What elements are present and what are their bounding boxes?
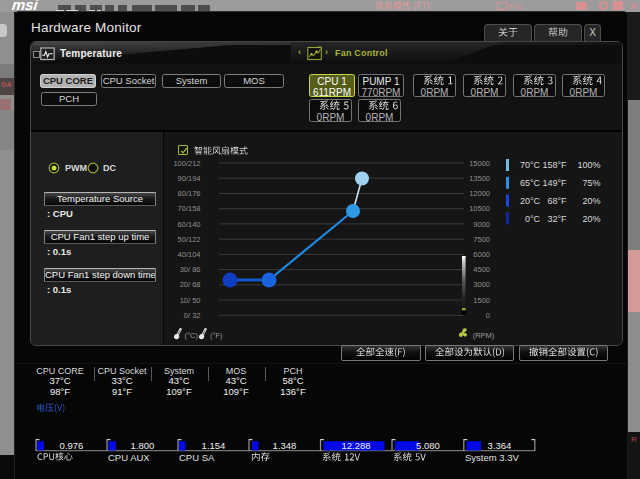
svg-text:10/ 50: 10/ 50 xyxy=(180,296,201,305)
svg-text:50/122: 50/122 xyxy=(178,235,201,244)
svg-text:12000: 12000 xyxy=(469,189,490,198)
svg-text:0: 0 xyxy=(486,311,490,320)
svg-text:4500: 4500 xyxy=(473,265,490,274)
svg-text:32°F: 32°F xyxy=(547,214,567,224)
svg-text:(RPM): (RPM) xyxy=(473,331,495,340)
svg-text:0/ 32: 0/ 32 xyxy=(184,311,201,320)
svg-text:0°C: 0°C xyxy=(525,214,541,224)
svg-text:20%: 20% xyxy=(582,196,600,206)
svg-text:68°F: 68°F xyxy=(547,196,567,206)
svg-text:158°F: 158°F xyxy=(542,160,567,170)
svg-text:60/140: 60/140 xyxy=(178,220,201,229)
svg-text:7500: 7500 xyxy=(473,235,490,244)
svg-text:15000: 15000 xyxy=(469,159,490,168)
svg-text:6000: 6000 xyxy=(473,250,490,259)
svg-text:3000: 3000 xyxy=(473,280,490,289)
svg-text:1500: 1500 xyxy=(473,296,490,305)
svg-text:100/212: 100/212 xyxy=(173,159,200,168)
svg-text:40/104: 40/104 xyxy=(178,250,201,259)
svg-text:20%: 20% xyxy=(582,214,600,224)
svg-text:20/ 68: 20/ 68 xyxy=(180,280,201,289)
svg-text:100%: 100% xyxy=(577,160,600,170)
svg-text:9000: 9000 xyxy=(473,220,490,229)
svg-text:65°C: 65°C xyxy=(520,178,541,188)
svg-text:20°C: 20°C xyxy=(520,196,541,206)
svg-text:80/176: 80/176 xyxy=(178,189,201,198)
svg-text:70/158: 70/158 xyxy=(178,204,201,213)
svg-text:30/ 86: 30/ 86 xyxy=(180,265,201,274)
svg-text:10500: 10500 xyxy=(469,204,490,213)
svg-text:13500: 13500 xyxy=(469,174,490,183)
svg-text:(°C): (°C) xyxy=(185,331,199,340)
svg-text:(°F): (°F) xyxy=(210,331,223,340)
svg-text:90/194: 90/194 xyxy=(178,174,201,183)
svg-text:70°C: 70°C xyxy=(520,160,541,170)
svg-text:75%: 75% xyxy=(582,178,600,188)
svg-text:149°F: 149°F xyxy=(542,178,567,188)
